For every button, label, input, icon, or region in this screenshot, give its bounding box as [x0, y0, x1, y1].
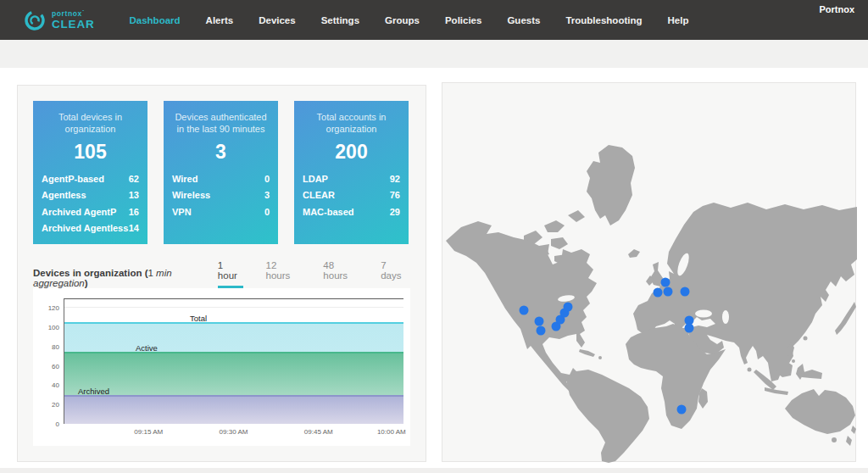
brand-portnox: portnox˙	[52, 10, 95, 18]
y-tick-label: 0	[41, 420, 59, 428]
chart-plot-area: 020406080100120TotalActiveArchived	[64, 298, 403, 424]
stat-card-row: VPN0	[172, 204, 270, 220]
series-label-total: Total	[190, 314, 207, 324]
x-tick-label: 09:15 AM	[134, 428, 163, 436]
nav-item-alerts[interactable]: Alerts	[193, 0, 247, 40]
stat-card-row: Wireless3	[172, 187, 270, 203]
stat-row-value: 13	[129, 187, 139, 203]
x-tick-label: 09:30 AM	[220, 428, 248, 436]
chart-x-axis: 09:15 AM09:30 AM09:45 AM10:00 AM	[64, 424, 403, 436]
stat-row-value: 16	[129, 204, 139, 220]
stat-card-value: 3	[172, 141, 270, 164]
chart-range-tabs: 1 hour12 hours48 hours7 days	[218, 260, 407, 288]
stat-row-value: 0	[264, 204, 270, 220]
stat-card-row: Archived Agentless14	[42, 220, 139, 236]
y-tick-label: 120	[41, 304, 59, 312]
nav-item-policies[interactable]: Policies	[432, 0, 494, 40]
stat-card-row: LDAP92	[303, 171, 400, 187]
chart-title: Devices in organization (1 min aggregati…	[33, 268, 218, 288]
stat-card-row: AgentP-based62	[42, 171, 139, 187]
stat-row-label: VPN	[172, 204, 192, 220]
stat-card: Total devices in organization105AgentP-b…	[33, 101, 147, 244]
stat-row-value: 14	[129, 220, 139, 236]
stat-card-row: MAC-based29	[303, 204, 400, 220]
stat-row-value: 0	[264, 171, 270, 187]
series-label-archived: Archived	[78, 387, 109, 397]
nav-item-help[interactable]: Help	[654, 0, 701, 40]
map-marker[interactable]	[661, 278, 670, 287]
nav-item-groups[interactable]: Groups	[372, 0, 432, 40]
map-marker[interactable]	[664, 287, 673, 297]
account-name[interactable]: Portnox	[819, 4, 854, 14]
chart-header: Devices in organization (1 min aggregati…	[33, 260, 410, 288]
tab-1-hour[interactable]: 1 hour	[218, 260, 243, 288]
y-tick-label: 80	[41, 342, 59, 350]
series-label-active: Active	[136, 343, 158, 353]
stat-card-row: Archived AgentP16	[42, 204, 139, 220]
x-tick-label: 09:45 AM	[304, 428, 333, 436]
y-tick-label: 40	[41, 381, 59, 389]
nav-item-dashboard[interactable]: Dashboard	[117, 0, 193, 40]
nav-item-troubleshooting[interactable]: Troubleshooting	[553, 0, 654, 40]
x-tick-label: 10:00 AM	[377, 428, 406, 436]
stat-row-label: Wired	[172, 171, 198, 187]
stat-card-title: Total devices in organization	[42, 111, 139, 136]
stat-row-label: AgentP-based	[42, 171, 104, 187]
stat-row-label: Wireless	[172, 187, 210, 203]
stat-row-label: CLEAR	[303, 187, 335, 203]
stat-card-value: 200	[303, 141, 400, 164]
stat-row-label: Archived AgentP	[42, 204, 116, 220]
portnox-clear-logo[interactable]: portnox˙ CLEAR	[24, 9, 95, 31]
world-map	[442, 83, 857, 463]
stat-card: Total accounts in organization200LDAP92C…	[294, 101, 409, 244]
nav-item-guests[interactable]: Guests	[494, 0, 553, 40]
devices-chart: 020406080100120TotalActiveArchived 09:15…	[33, 288, 410, 446]
tab-7-days[interactable]: 7 days	[381, 260, 407, 288]
stat-card-title: Total accounts in organization	[303, 111, 400, 136]
brand-clear: CLEAR	[52, 19, 95, 31]
stat-row-label: Archived Agentless	[42, 220, 128, 236]
map-marker[interactable]	[681, 287, 690, 297]
stat-row-label: LDAP	[303, 171, 328, 187]
y-tick-label: 20	[41, 401, 59, 409]
stat-cards-row: Total devices in organization105AgentP-b…	[33, 101, 410, 244]
map-marker[interactable]	[685, 324, 694, 333]
world-map-panel	[442, 82, 856, 462]
nav-item-devices[interactable]: Devices	[246, 0, 308, 40]
stat-row-value: 29	[390, 204, 400, 220]
stat-card-row: CLEAR76	[303, 187, 400, 203]
subheader-bar	[0, 40, 868, 68]
series-band-archived: Archived	[64, 395, 403, 424]
y-tick-label: 60	[41, 362, 59, 370]
tab-12-hours[interactable]: 12 hours	[266, 260, 301, 288]
top-navbar: portnox˙ CLEAR DashboardAlertsDevicesSet…	[0, 0, 868, 40]
map-marker[interactable]	[677, 405, 687, 415]
stat-card: Devices authenticated in the last 90 min…	[164, 101, 278, 244]
stat-row-label: MAC-based	[303, 204, 354, 220]
y-tick-label: 100	[41, 324, 59, 331]
map-marker[interactable]	[654, 288, 663, 298]
dashboard-left-panel: Total devices in organization105AgentP-b…	[17, 85, 426, 462]
tab-48-hours[interactable]: 48 hours	[323, 260, 358, 288]
map-marker[interactable]	[564, 303, 573, 312]
stat-card-title: Devices authenticated in the last 90 min…	[172, 111, 270, 136]
stat-card-row: Wired0	[172, 171, 270, 187]
gridline: 120	[64, 307, 403, 308]
portnox-logo-icon	[24, 9, 46, 31]
nav-item-settings[interactable]: Settings	[309, 0, 372, 40]
map-marker[interactable]	[535, 317, 544, 326]
map-marker[interactable]	[537, 326, 546, 336]
stat-row-label: Agentless	[42, 187, 86, 203]
footer-strip	[0, 468, 868, 473]
stat-card-row: Agentless13	[42, 187, 139, 203]
stat-row-value: 92	[390, 171, 400, 187]
stat-row-value: 3	[264, 187, 270, 203]
stat-card-value: 105	[42, 141, 139, 164]
nav-items: DashboardAlertsDevicesSettingsGroupsPoli…	[117, 0, 702, 40]
stat-row-value: 62	[129, 171, 139, 187]
map-marker[interactable]	[520, 306, 529, 315]
stat-row-value: 76	[390, 187, 400, 203]
